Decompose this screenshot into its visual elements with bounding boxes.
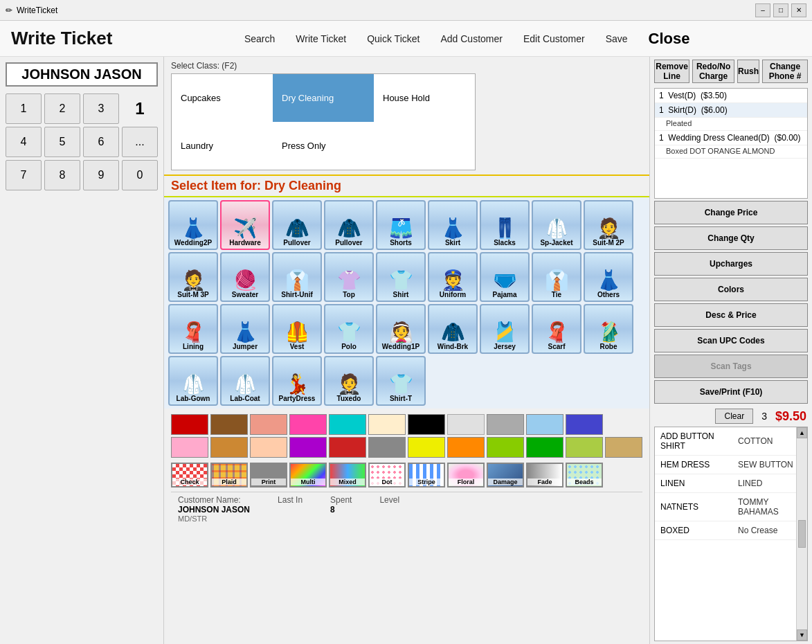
color-brown[interactable] xyxy=(210,414,248,435)
item-suit-m3p[interactable]: 🤵Suit-M 3P xyxy=(168,252,218,302)
numpad-7[interactable]: 7 xyxy=(6,160,42,190)
change-price-button[interactable]: Change Price xyxy=(654,201,808,224)
pattern-fade[interactable]: Fade xyxy=(526,463,563,488)
color-cyan[interactable] xyxy=(329,414,366,435)
color-orange[interactable] xyxy=(447,437,485,458)
menu-write-ticket[interactable]: Write Ticket xyxy=(296,33,346,44)
upcharges-button[interactable]: Upcharges xyxy=(654,252,808,276)
color-silver[interactable] xyxy=(487,414,524,435)
item-pullover1[interactable]: 🧥Pullover xyxy=(272,200,322,250)
class-cupcakes[interactable]: Cupcakes xyxy=(172,74,273,122)
item-pajama[interactable]: 🩲Pajama xyxy=(480,252,530,302)
item-shirt[interactable]: 👕Shirt xyxy=(376,252,426,302)
option-hem-dress[interactable]: HEM DRESS SEW BUTTON xyxy=(655,456,807,474)
item-wind-brk[interactable]: 🧥Wind-Brk xyxy=(428,304,478,354)
color-empty[interactable] xyxy=(447,414,485,435)
color-black[interactable] xyxy=(408,414,445,435)
numpad-4[interactable]: 4 xyxy=(6,127,42,157)
item-uniform[interactable]: 👮Uniform xyxy=(428,252,478,302)
change-phone-button[interactable]: Change Phone # xyxy=(762,60,808,83)
color-tan[interactable] xyxy=(210,437,248,458)
color-olive[interactable] xyxy=(566,437,603,458)
item-scarf[interactable]: 🧣Scarf xyxy=(532,304,581,354)
numpad-1[interactable]: 1 xyxy=(6,93,42,124)
clear-button[interactable]: Clear xyxy=(715,409,753,424)
menu-edit-customer[interactable]: Edit Customer xyxy=(523,33,585,44)
numpad-9[interactable]: 9 xyxy=(83,160,119,190)
class-house-hold[interactable]: House Hold xyxy=(374,74,475,122)
color-gray[interactable] xyxy=(368,437,406,458)
item-sp-jacket[interactable]: 🥼Sp-Jacket xyxy=(532,200,581,250)
numpad-8[interactable]: 8 xyxy=(44,160,80,190)
item-lab-coat[interactable]: 🥼Lab-Coat xyxy=(220,356,270,406)
item-tie[interactable]: 👔Tie xyxy=(532,252,581,302)
menu-add-customer[interactable]: Add Customer xyxy=(440,33,502,44)
pattern-check[interactable]: Check xyxy=(171,463,208,488)
rush-button[interactable]: Rush xyxy=(737,60,759,83)
numpad-3[interactable]: 3 xyxy=(83,93,119,124)
option-add-button-shirt[interactable]: ADD BUTTON SHIRT COTTON xyxy=(655,427,807,456)
colors-button[interactable]: Colors xyxy=(654,278,808,301)
pattern-dot[interactable]: Dot xyxy=(368,463,406,488)
color-pink[interactable] xyxy=(289,414,327,435)
option-linen[interactable]: LINEN LINED xyxy=(655,474,807,493)
class-laundry[interactable]: Laundry xyxy=(172,122,273,170)
save-print-button[interactable]: Save/Print (F10) xyxy=(654,380,808,404)
item-lining[interactable]: 🧣Lining xyxy=(168,304,218,354)
change-qty-button[interactable]: Change Qty xyxy=(654,226,808,250)
class-dry-cleaning[interactable]: Dry Cleaning xyxy=(273,74,374,122)
color-purple[interactable] xyxy=(289,437,327,458)
color-khaki[interactable] xyxy=(605,437,642,458)
pattern-print[interactable]: Print xyxy=(250,463,287,488)
item-top[interactable]: 👚Top xyxy=(324,252,374,302)
color-lime[interactable] xyxy=(487,437,524,458)
numpad-dots[interactable]: ... xyxy=(122,127,158,157)
option-boxed[interactable]: BOXED No Crease xyxy=(655,521,807,540)
item-sweater[interactable]: 🧶Sweater xyxy=(220,252,270,302)
item-polo[interactable]: 👕Polo xyxy=(324,304,374,354)
item-jumper[interactable]: 👗Jumper xyxy=(220,304,270,354)
item-partydress[interactable]: 💃PartyDress xyxy=(272,356,322,406)
class-press-only[interactable]: Press Only xyxy=(273,122,374,170)
color-green[interactable] xyxy=(526,437,563,458)
numpad-2[interactable]: 2 xyxy=(44,93,80,124)
color-salmon[interactable] xyxy=(250,414,287,435)
numpad-5[interactable]: 5 xyxy=(44,127,80,157)
close-window-button[interactable]: ✕ xyxy=(791,3,806,17)
item-pullover2[interactable]: 🧥Pullover xyxy=(324,200,374,250)
pattern-multi[interactable]: Multi xyxy=(289,463,327,488)
item-shirt-t[interactable]: 👕Shirt-T xyxy=(376,356,426,406)
scan-upc-button[interactable]: Scan UPC Codes xyxy=(654,329,808,352)
maximize-button[interactable]: □ xyxy=(773,3,788,17)
minimize-button[interactable]: – xyxy=(755,3,770,17)
desc-price-button[interactable]: Desc & Price xyxy=(654,303,808,327)
item-vest[interactable]: 🦺Vest xyxy=(272,304,322,354)
remove-line-button[interactable]: Remove Line xyxy=(654,60,689,83)
color-yellow[interactable] xyxy=(408,437,445,458)
pattern-plaid[interactable]: Plaid xyxy=(210,463,248,488)
color-darkred[interactable] xyxy=(329,437,366,458)
scan-tags-button[interactable]: Scan Tags xyxy=(654,355,808,378)
color-cream[interactable] xyxy=(368,414,406,435)
item-wedding2p[interactable]: 👗Wedding2P xyxy=(168,200,218,250)
pattern-beads[interactable]: Beads xyxy=(566,463,603,488)
order-item-skirt[interactable]: 1 Skirt(D) ($6.00) xyxy=(655,103,807,118)
order-item-vest[interactable]: 1 Vest(D) ($3.50) xyxy=(655,89,807,103)
item-hardware[interactable]: ✈️Hardware xyxy=(220,200,270,250)
order-item-wedding[interactable]: 1 Wedding Dress Cleaned(D) ($0.00) xyxy=(655,131,807,145)
item-shorts[interactable]: 🩳Shorts xyxy=(376,200,426,250)
item-slacks[interactable]: 👖Slacks xyxy=(480,200,530,250)
item-skirt[interactable]: 👗Skirt xyxy=(428,200,478,250)
item-suit-m2p[interactable]: 🤵Suit-M 2P xyxy=(584,200,633,250)
item-wedding1p[interactable]: 👰Wedding1P xyxy=(376,304,426,354)
menu-close[interactable]: Close xyxy=(649,30,690,48)
numpad-0[interactable]: 0 xyxy=(122,160,158,190)
menu-save[interactable]: Save xyxy=(606,33,628,44)
item-tuxedo[interactable]: 🤵Tuxedo xyxy=(324,356,374,406)
redo-no-charge-button[interactable]: Redo/No Charge xyxy=(692,60,734,83)
item-jersey[interactable]: 🎽Jersey xyxy=(480,304,530,354)
color-peach[interactable] xyxy=(250,437,287,458)
item-others[interactable]: 👗Others xyxy=(584,252,633,302)
color-lightblue[interactable] xyxy=(526,414,563,435)
option-natnets[interactable]: NATNETS TOMMY BAHAMAS xyxy=(655,493,807,521)
